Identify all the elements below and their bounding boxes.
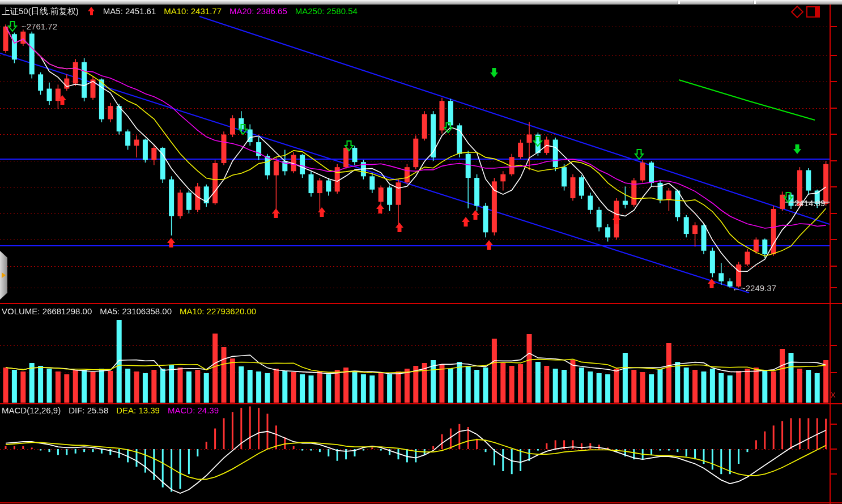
- chart-canvas[interactable]: [0, 0, 842, 504]
- low-price-label: ←~2249.37: [732, 283, 776, 293]
- collapsed-panel-tab[interactable]: [0, 251, 7, 300]
- dif-value: DIF: 25.58: [69, 405, 108, 415]
- x-axis-flag: X: [831, 390, 836, 400]
- volume-value: VOLUME: 26681298.00: [2, 306, 92, 316]
- volume-ma5-value: MA5: 23106358.00: [100, 306, 172, 316]
- split-window-icon[interactable]: [806, 6, 820, 18]
- ma5-value: MA5: 2451.61: [103, 6, 156, 16]
- ma20-value: MA20: 2386.65: [229, 6, 287, 16]
- symbol-title: 上证50(日线.前复权): [2, 6, 79, 16]
- main-legend: 上证50(日线.前复权)MA5: 2451.61MA10: 2431.77MA2…: [2, 6, 365, 16]
- macd-value: MACD: 24.39: [168, 405, 219, 415]
- dea-value: DEA: 13.39: [116, 405, 160, 415]
- volume-ma10-value: MA10: 22793620.00: [180, 306, 256, 316]
- ma250-value: MA250: 2580.54: [295, 6, 358, 16]
- expand-arrow-icon: [2, 272, 6, 278]
- volume-legend: VOLUME: 26681298.00MA5: 23106358.00MA10:…: [2, 306, 264, 316]
- macd-params: MACD(12,26,9): [2, 405, 61, 415]
- high-price-label: ~2761.72: [22, 22, 57, 31]
- up-arrow-icon: [88, 7, 95, 15]
- ma10-value: MA10: 2431.77: [164, 6, 222, 16]
- current-price-label: 2414.89: [794, 198, 825, 208]
- macd-legend: MACD(12,26,9)DIF: 25.58DEA: 13.39MACD: 2…: [2, 405, 227, 415]
- stock-chart-window: 上证50(日线.前复权)MA5: 2451.61MA10: 2431.77MA2…: [0, 0, 842, 504]
- split-window-pane: [814, 7, 819, 16]
